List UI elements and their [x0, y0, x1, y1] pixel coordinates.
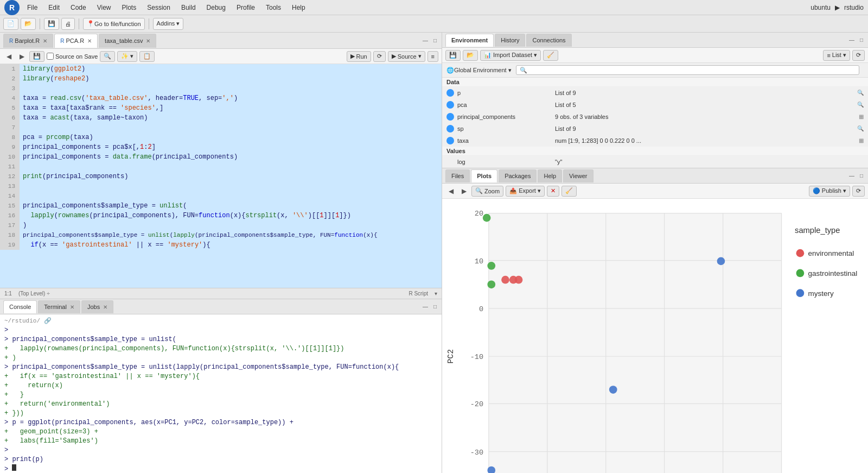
save-btn[interactable]: 💾	[44, 18, 59, 30]
rerun-btn[interactable]: ⟳	[373, 51, 386, 62]
env-table-pc[interactable]: ▦	[859, 113, 864, 119]
env-table: Data p List of 9 🔍 pca List of 5 🔍 princ…	[442, 78, 868, 168]
env-row-taxa[interactable]: taxa num [1:9, 1:283] 0 0 0.222 0 0 ... …	[442, 135, 868, 147]
clear-env-btn[interactable]: 🧹	[543, 50, 558, 61]
env-minimize-icon[interactable]: —	[847, 36, 856, 43]
editor-maximize-icon[interactable]: □	[432, 37, 438, 44]
env-refresh-btn[interactable]: ⟳	[852, 50, 865, 61]
env-search-p[interactable]: 🔍	[857, 90, 864, 96]
menu-view[interactable]: View	[95, 3, 113, 12]
env-global-bar: 🌐 Global Environment ▾	[442, 63, 868, 78]
console-section: Console Terminal ✕ Jobs ✕ — □ ~/rstudio/…	[0, 299, 442, 473]
run-btn[interactable]: ▶ Run	[347, 51, 371, 62]
menu-code[interactable]: Code	[68, 3, 88, 12]
tab-files[interactable]: Files	[445, 169, 470, 182]
tab-barplot-close[interactable]: ✕	[43, 38, 47, 44]
export-btn[interactable]: 📤 Export ▾	[506, 186, 545, 197]
env-row-pc[interactable]: principal_components 9 obs. of 3 variabl…	[442, 111, 868, 123]
tab-help-label: Help	[544, 173, 556, 179]
env-name-sp: sp	[457, 125, 555, 132]
tab-terminal[interactable]: Terminal ✕	[38, 300, 80, 313]
tab-plots[interactable]: Plots	[471, 169, 497, 182]
source-btn[interactable]: ▶ Source ▾	[388, 51, 425, 62]
remove-plot-btn[interactable]: ✕	[547, 186, 559, 197]
tab-taxa-close[interactable]: ✕	[146, 38, 150, 44]
nav-forward-btn[interactable]: ▶	[16, 51, 27, 62]
menu-plots[interactable]: Plots	[120, 3, 139, 12]
menu-file[interactable]: File	[25, 3, 40, 12]
print-btn[interactable]: 🖨	[61, 18, 75, 30]
menu-help[interactable]: Help	[290, 3, 308, 12]
run-label: Run	[356, 53, 367, 60]
menu-session[interactable]: Session	[145, 3, 173, 12]
import-dataset-btn[interactable]: 📊 Import Dataset ▾	[480, 50, 541, 61]
console-line-6: + if(x == 'gastrointestinal' || x == 'my…	[4, 372, 437, 381]
tab-pca[interactable]: R PCA.R ✕	[54, 34, 98, 48]
env-row-p[interactable]: p List of 9 🔍	[442, 87, 868, 99]
plot-back-btn[interactable]: ◀	[445, 186, 456, 197]
load-workspace-btn[interactable]: 📂	[463, 50, 478, 61]
open-file-btn[interactable]: 📂	[21, 18, 36, 30]
env-search-sp[interactable]: 🔍	[857, 125, 864, 131]
nav-back-btn[interactable]: ◀	[3, 51, 14, 62]
tab-connections[interactable]: Connections	[526, 34, 571, 47]
tab-viewer[interactable]: Viewer	[563, 169, 593, 182]
zoom-btn[interactable]: 🔍 Zoom	[471, 186, 503, 197]
env-search-input[interactable]	[516, 65, 859, 75]
lines-btn[interactable]: ≡	[427, 51, 438, 62]
run-icon: ▶	[350, 53, 355, 60]
tab-environment[interactable]: Environment	[445, 34, 494, 47]
publish-btn[interactable]: 🔵 Publish ▾	[809, 186, 850, 197]
source-on-save-checkbox[interactable]	[47, 53, 54, 60]
menu-build[interactable]: Build	[179, 3, 198, 12]
find-file-label: Go to file/function	[94, 21, 141, 27]
addins-btn[interactable]: Addins ▾	[153, 18, 184, 30]
console-minimize-icon[interactable]: —	[421, 303, 430, 310]
tab-help[interactable]: Help	[538, 169, 562, 182]
global-env-label[interactable]: Global Environment ▾	[454, 67, 512, 74]
env-table-taxa[interactable]: ▦	[859, 137, 864, 143]
tab-console[interactable]: Console	[3, 300, 37, 313]
menu-debug[interactable]: Debug	[205, 3, 228, 12]
plots-refresh-btn[interactable]: ⟳	[852, 186, 865, 197]
clear-plots-btn[interactable]: 🧹	[561, 186, 577, 197]
env-icon-pc	[446, 113, 454, 121]
tab-environment-label: Environment	[451, 37, 488, 43]
tab-terminal-close[interactable]: ✕	[70, 304, 74, 310]
save-file-btn[interactable]: 💾	[29, 51, 44, 62]
tab-jobs-close[interactable]: ✕	[103, 304, 107, 310]
plot-forward-btn[interactable]: ▶	[458, 186, 469, 197]
code-line-2: 2 library(reshape2)	[0, 74, 442, 84]
compile-btn[interactable]: 📋	[139, 51, 155, 62]
tab-packages[interactable]: Packages	[499, 169, 537, 182]
tab-history[interactable]: History	[495, 34, 525, 47]
editor-minimize-icon[interactable]: —	[421, 37, 430, 44]
source-chevron-icon: ▾	[418, 53, 422, 60]
env-value-taxa: num [1:9, 1:283] 0 0 0.222 0 0 ...	[555, 137, 859, 144]
env-row-log[interactable]: log "y"	[442, 156, 868, 168]
plots-maximize-icon[interactable]: □	[858, 172, 865, 179]
env-icon-pca	[446, 101, 454, 109]
menu-edit[interactable]: Edit	[46, 3, 62, 12]
tab-taxa[interactable]: taxa_table.csv ✕	[99, 34, 156, 48]
plots-minimize-icon[interactable]: —	[847, 172, 856, 179]
console-maximize-icon[interactable]: □	[432, 303, 438, 310]
point-mystery-2	[717, 257, 725, 265]
env-row-sp[interactable]: sp List of 9 🔍	[442, 123, 868, 135]
env-row-pca[interactable]: pca List of 5 🔍	[442, 99, 868, 111]
magic-wand-btn[interactable]: ✨ ▾	[117, 51, 137, 62]
save-workspace-btn[interactable]: 💾	[445, 50, 461, 61]
code-editor[interactable]: 1 library(ggplot2) 2 library(reshape2) 3…	[0, 64, 442, 288]
env-maximize-icon[interactable]: □	[858, 36, 865, 43]
list-view-btn[interactable]: ≡ List ▾	[823, 50, 850, 61]
find-file-btn[interactable]: 📍 Go to file/function	[83, 18, 145, 30]
new-file-btn[interactable]: 📄	[3, 18, 18, 30]
menu-profile[interactable]: Profile	[234, 3, 257, 12]
tab-jobs[interactable]: Jobs ✕	[81, 300, 113, 313]
search-btn[interactable]: 🔍	[100, 51, 115, 62]
tab-barplot[interactable]: R Barplot.R ✕	[3, 34, 53, 48]
console-content[interactable]: ~/rstudio/ 🔗 > > principal_components$sa…	[0, 314, 442, 473]
menu-tools[interactable]: Tools	[264, 3, 283, 12]
tab-pca-close[interactable]: ✕	[87, 38, 92, 44]
env-search-pca[interactable]: 🔍	[857, 102, 864, 108]
